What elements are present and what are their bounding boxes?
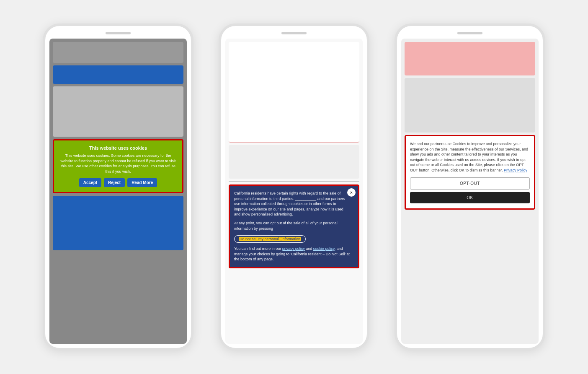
- phone-1-speaker: [106, 32, 131, 34]
- reject-button[interactable]: Reject: [104, 178, 125, 187]
- phone-1-bottom-placeholder: [53, 196, 183, 250]
- cookie-banner-3: We and our partners use Cookies to impro…: [405, 135, 535, 210]
- phone-3: We and our partners use Cookies to impro…: [395, 23, 545, 351]
- opt-out-button[interactable]: OPT-OUT: [410, 177, 530, 190]
- cookie-banner-3-text: We and our partners use Cookies to impro…: [410, 141, 530, 173]
- phone-3-speaker: [457, 32, 482, 34]
- cookie-banner-2-footer: You can find out more in our privacy pol…: [234, 246, 354, 262]
- phone-3-screen: We and our partners use Cookies to impro…: [401, 39, 539, 344]
- phone-2-speaker: [281, 32, 307, 34]
- phone-1-blue-bar: [53, 65, 183, 84]
- phone-2-line: [229, 181, 359, 182]
- cookie-policy-link[interactable]: cookie policy: [313, 247, 335, 251]
- opt-out-highlight-info: information: [281, 237, 302, 241]
- phone-3-content-placeholder: [405, 78, 535, 132]
- cookie-banner-2-para1: California residents have certain rights…: [234, 191, 354, 217]
- phone-3-pink-bar: [405, 42, 535, 75]
- phones-container: This website uses cookies This website u…: [26, 7, 562, 367]
- cookie-banner-1-text: This website uses cookies. Some cookies …: [58, 153, 178, 174]
- phone-1-screen: This website uses cookies This website u…: [49, 39, 187, 344]
- read-more-button[interactable]: Read More: [127, 178, 157, 187]
- phone-1: This website uses cookies This website u…: [43, 23, 193, 351]
- cookie-banner-1: This website uses cookies This website u…: [53, 139, 183, 193]
- opt-out-highlight: Do not sell my personal: [239, 237, 281, 241]
- cookie-banner-1-title: This website uses cookies: [58, 145, 178, 151]
- cookie-banner-2: × California residents have certain righ…: [229, 184, 359, 268]
- phone-1-top-placeholder: [53, 42, 183, 63]
- phone-2-screen: × California residents have certain righ…: [225, 39, 363, 344]
- phone-2-white-area: [229, 42, 359, 143]
- privacy-policy-link-3[interactable]: Privacy Policy: [504, 168, 527, 172]
- cookie-banner-2-para2: At any point, you can opt out of the sal…: [234, 221, 354, 231]
- phone-1-content-placeholder: [53, 86, 183, 137]
- cookie-banner-1-buttons: Accept Reject Read More: [58, 178, 178, 187]
- close-button[interactable]: ×: [347, 188, 356, 197]
- do-not-sell-button[interactable]: Do not sell my personal information: [234, 235, 306, 243]
- ok-button[interactable]: OK: [410, 192, 530, 203]
- privacy-policy-link[interactable]: privacy policy: [282, 247, 305, 251]
- accept-button[interactable]: Accept: [79, 178, 101, 187]
- phone-2: × California residents have certain righ…: [219, 23, 369, 351]
- phone-2-content-placeholder: [229, 145, 359, 179]
